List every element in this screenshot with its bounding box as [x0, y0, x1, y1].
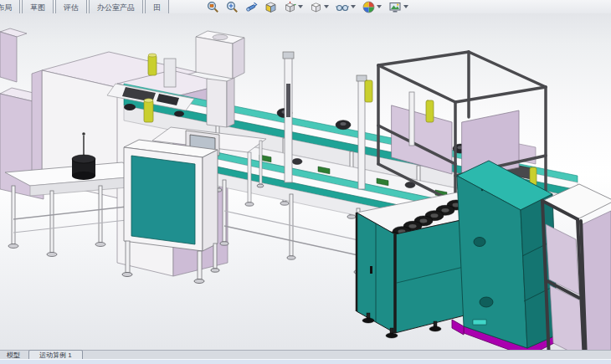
solidworks-window: 布局 草图 评估 办公室产品 田	[0, 0, 611, 364]
heads-up-view-toolbar	[206, 0, 409, 13]
zoom-to-area-button[interactable]	[225, 0, 239, 13]
view-orientation-dropdown[interactable]	[298, 5, 303, 8]
command-manager-bar: 布局 草图 评估 办公室产品 田	[0, 0, 611, 13]
tab-layout[interactable]: 布局	[0, 0, 20, 13]
3d-model-scene	[0, 13, 611, 350]
hide-show-items-icon	[336, 1, 349, 13]
tab-office-products[interactable]: 办公室产品	[89, 0, 143, 13]
hide-show-items-button[interactable]	[335, 0, 357, 13]
tab-partial[interactable]: 田	[145, 0, 169, 13]
display-style-icon	[310, 1, 322, 13]
tab-sketch[interactable]: 草图	[22, 0, 54, 13]
viewport-3d[interactable]	[0, 13, 611, 350]
status-bar	[0, 359, 611, 364]
section-view-button[interactable]	[264, 0, 278, 13]
apply-scene-dropdown[interactable]	[403, 5, 408, 8]
section-view-icon	[264, 1, 277, 13]
command-tabs: 布局 草图 评估 办公室产品 田	[0, 0, 169, 13]
tab-evaluate[interactable]: 评估	[55, 0, 87, 13]
rotate-view-button[interactable]	[244, 0, 259, 13]
hide-show-dropdown[interactable]	[351, 5, 356, 8]
zoom-to-fit-button[interactable]	[206, 0, 220, 13]
apply-scene-button[interactable]	[388, 0, 409, 13]
display-style-button[interactable]	[309, 0, 330, 13]
display-style-dropdown[interactable]	[324, 5, 329, 8]
zoom-to-fit-icon	[207, 1, 219, 13]
view-orientation-button[interactable]	[283, 0, 304, 13]
edit-appearance-icon	[362, 1, 375, 13]
edit-appearance-dropdown[interactable]	[377, 5, 382, 8]
edit-appearance-button[interactable]	[362, 0, 383, 13]
tab-model[interactable]: 模型	[0, 351, 27, 359]
study-tab-bar: 模型 运动算例 1	[0, 350, 611, 359]
rotate-view-icon	[245, 1, 258, 13]
zoom-to-area-icon	[226, 1, 239, 13]
apply-scene-icon	[388, 1, 402, 13]
view-orientation-icon	[284, 1, 296, 13]
teal-control-cabinet[interactable]	[452, 161, 557, 350]
